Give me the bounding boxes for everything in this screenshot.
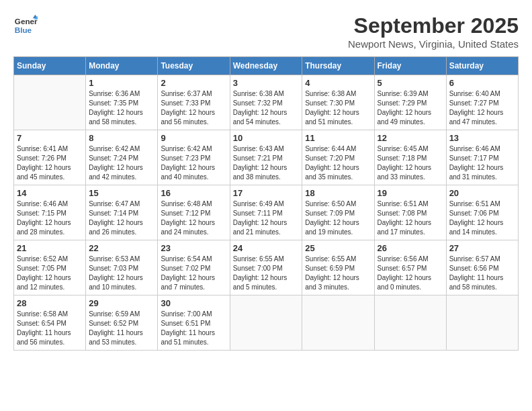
title-area: September 2025 Newport News, Virginia, U… <box>348 13 519 50</box>
weekday-header-tuesday: Tuesday <box>158 57 230 75</box>
day-info: Sunrise: 6:51 AM Sunset: 7:06 PM Dayligh… <box>449 199 515 237</box>
day-info: Sunrise: 6:47 AM Sunset: 7:14 PM Dayligh… <box>89 199 154 237</box>
day-number: 19 <box>378 188 443 198</box>
day-info: Sunrise: 6:46 AM Sunset: 7:15 PM Dayligh… <box>17 199 83 237</box>
calendar-cell: 3Sunrise: 6:38 AM Sunset: 7:32 PM Daylig… <box>230 75 302 130</box>
day-info: Sunrise: 6:54 AM Sunset: 7:02 PM Dayligh… <box>161 255 226 292</box>
calendar-cell: 9Sunrise: 6:42 AM Sunset: 7:23 PM Daylig… <box>158 130 230 185</box>
day-number: 4 <box>305 78 371 88</box>
day-info: Sunrise: 6:44 AM Sunset: 7:20 PM Dayligh… <box>305 144 371 182</box>
location-title: Newport News, Virginia, United States <box>348 38 519 50</box>
weekday-header-monday: Monday <box>86 57 158 75</box>
day-number: 22 <box>89 243 154 253</box>
calendar-cell: 10Sunrise: 6:43 AM Sunset: 7:21 PM Dayli… <box>230 130 302 185</box>
day-info: Sunrise: 6:43 AM Sunset: 7:21 PM Dayligh… <box>233 144 300 182</box>
calendar-table: SundayMondayTuesdayWednesdayThursdayFrid… <box>13 56 519 351</box>
day-number: 11 <box>305 133 371 143</box>
week-row-5: 28Sunrise: 6:58 AM Sunset: 6:54 PM Dayli… <box>14 295 519 351</box>
day-info: Sunrise: 6:38 AM Sunset: 7:32 PM Dayligh… <box>233 89 300 127</box>
day-number: 8 <box>89 133 154 143</box>
day-number: 27 <box>449 243 515 253</box>
calendar-cell <box>230 295 302 351</box>
day-info: Sunrise: 6:41 AM Sunset: 7:26 PM Dayligh… <box>17 144 83 182</box>
day-number: 1 <box>89 78 154 88</box>
calendar-cell: 29Sunrise: 6:59 AM Sunset: 6:52 PM Dayli… <box>86 295 158 351</box>
day-info: Sunrise: 6:42 AM Sunset: 7:23 PM Dayligh… <box>161 144 226 182</box>
calendar-cell: 23Sunrise: 6:54 AM Sunset: 7:02 PM Dayli… <box>158 240 230 295</box>
svg-text:Blue: Blue <box>15 26 32 34</box>
calendar-cell: 27Sunrise: 6:57 AM Sunset: 6:56 PM Dayli… <box>446 240 518 295</box>
day-number: 25 <box>305 243 371 253</box>
day-info: Sunrise: 6:46 AM Sunset: 7:17 PM Dayligh… <box>449 144 515 182</box>
day-info: Sunrise: 7:00 AM Sunset: 6:51 PM Dayligh… <box>161 310 226 347</box>
day-info: Sunrise: 6:59 AM Sunset: 6:52 PM Dayligh… <box>89 310 154 347</box>
day-number: 29 <box>89 298 154 308</box>
page-header: General Blue September 2025 Newport News… <box>13 13 519 50</box>
day-info: Sunrise: 6:52 AM Sunset: 7:05 PM Dayligh… <box>17 255 83 292</box>
calendar-cell: 17Sunrise: 6:49 AM Sunset: 7:11 PM Dayli… <box>230 185 302 240</box>
calendar-cell: 16Sunrise: 6:48 AM Sunset: 7:12 PM Dayli… <box>158 185 230 240</box>
day-number: 6 <box>449 78 515 88</box>
weekday-header-sunday: Sunday <box>14 57 86 75</box>
day-info: Sunrise: 6:56 AM Sunset: 6:57 PM Dayligh… <box>378 255 443 292</box>
calendar-cell: 25Sunrise: 6:55 AM Sunset: 6:59 PM Dayli… <box>302 240 374 295</box>
calendar-cell: 7Sunrise: 6:41 AM Sunset: 7:26 PM Daylig… <box>14 130 86 185</box>
day-number: 30 <box>161 298 226 308</box>
calendar-cell: 4Sunrise: 6:38 AM Sunset: 7:30 PM Daylig… <box>302 75 374 130</box>
calendar-cell: 26Sunrise: 6:56 AM Sunset: 6:57 PM Dayli… <box>374 240 446 295</box>
logo: General Blue <box>13 13 38 38</box>
week-row-2: 7Sunrise: 6:41 AM Sunset: 7:26 PM Daylig… <box>14 130 519 185</box>
day-number: 20 <box>449 188 515 198</box>
day-number: 24 <box>233 243 300 253</box>
calendar-cell: 20Sunrise: 6:51 AM Sunset: 7:06 PM Dayli… <box>446 185 518 240</box>
day-info: Sunrise: 6:36 AM Sunset: 7:35 PM Dayligh… <box>89 89 154 127</box>
day-number: 15 <box>89 188 154 198</box>
calendar-cell: 6Sunrise: 6:40 AM Sunset: 7:27 PM Daylig… <box>446 75 518 130</box>
day-number: 12 <box>378 133 443 143</box>
day-number: 2 <box>161 78 226 88</box>
day-info: Sunrise: 6:55 AM Sunset: 6:59 PM Dayligh… <box>305 255 371 292</box>
calendar-cell: 8Sunrise: 6:42 AM Sunset: 7:24 PM Daylig… <box>86 130 158 185</box>
day-info: Sunrise: 6:39 AM Sunset: 7:29 PM Dayligh… <box>378 89 443 127</box>
weekday-header-friday: Friday <box>374 57 446 75</box>
logo-icon: General Blue <box>13 13 38 38</box>
day-number: 17 <box>233 188 300 198</box>
day-number: 16 <box>161 188 226 198</box>
calendar-cell: 12Sunrise: 6:45 AM Sunset: 7:18 PM Dayli… <box>374 130 446 185</box>
weekday-header-saturday: Saturday <box>446 57 518 75</box>
weekday-header-row: SundayMondayTuesdayWednesdayThursdayFrid… <box>14 57 519 75</box>
day-number: 28 <box>17 298 83 308</box>
calendar-cell: 1Sunrise: 6:36 AM Sunset: 7:35 PM Daylig… <box>86 75 158 130</box>
day-info: Sunrise: 6:40 AM Sunset: 7:27 PM Dayligh… <box>449 89 515 127</box>
week-row-4: 21Sunrise: 6:52 AM Sunset: 7:05 PM Dayli… <box>14 240 519 295</box>
calendar-cell: 21Sunrise: 6:52 AM Sunset: 7:05 PM Dayli… <box>14 240 86 295</box>
calendar-cell: 2Sunrise: 6:37 AM Sunset: 7:33 PM Daylig… <box>158 75 230 130</box>
calendar-cell <box>14 75 86 130</box>
week-row-3: 14Sunrise: 6:46 AM Sunset: 7:15 PM Dayli… <box>14 185 519 240</box>
weekday-header-thursday: Thursday <box>302 57 374 75</box>
calendar-cell: 13Sunrise: 6:46 AM Sunset: 7:17 PM Dayli… <box>446 130 518 185</box>
day-info: Sunrise: 6:38 AM Sunset: 7:30 PM Dayligh… <box>305 89 371 127</box>
day-info: Sunrise: 6:42 AM Sunset: 7:24 PM Dayligh… <box>89 144 154 182</box>
day-number: 7 <box>17 133 83 143</box>
day-number: 26 <box>378 243 443 253</box>
calendar-cell: 5Sunrise: 6:39 AM Sunset: 7:29 PM Daylig… <box>374 75 446 130</box>
calendar-cell: 18Sunrise: 6:50 AM Sunset: 7:09 PM Dayli… <box>302 185 374 240</box>
day-info: Sunrise: 6:48 AM Sunset: 7:12 PM Dayligh… <box>161 199 226 237</box>
day-number: 5 <box>378 78 443 88</box>
day-number: 9 <box>161 133 226 143</box>
day-info: Sunrise: 6:57 AM Sunset: 6:56 PM Dayligh… <box>449 255 515 292</box>
calendar-cell: 28Sunrise: 6:58 AM Sunset: 6:54 PM Dayli… <box>14 295 86 351</box>
weekday-header-wednesday: Wednesday <box>230 57 302 75</box>
calendar-cell <box>302 295 374 351</box>
day-number: 23 <box>161 243 226 253</box>
month-title: September 2025 <box>348 13 519 38</box>
day-number: 3 <box>233 78 300 88</box>
calendar-cell: 15Sunrise: 6:47 AM Sunset: 7:14 PM Dayli… <box>86 185 158 240</box>
day-info: Sunrise: 6:53 AM Sunset: 7:03 PM Dayligh… <box>89 255 154 292</box>
day-number: 14 <box>17 188 83 198</box>
day-info: Sunrise: 6:51 AM Sunset: 7:08 PM Dayligh… <box>378 199 443 237</box>
calendar-cell: 14Sunrise: 6:46 AM Sunset: 7:15 PM Dayli… <box>14 185 86 240</box>
day-number: 21 <box>17 243 83 253</box>
day-info: Sunrise: 6:58 AM Sunset: 6:54 PM Dayligh… <box>17 310 83 347</box>
